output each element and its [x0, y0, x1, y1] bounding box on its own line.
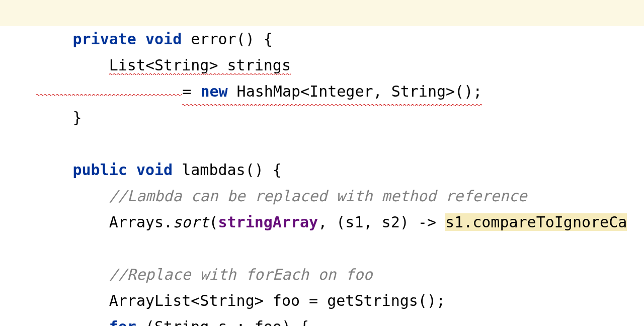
keyword-void: void [145, 30, 182, 48]
code-editor[interactable]: private void error() { List<String> stri… [0, 0, 644, 326]
indent [36, 161, 72, 179]
keyword-public: public [73, 161, 127, 179]
indent [36, 213, 109, 231]
brace: } [73, 109, 82, 126]
indent [36, 318, 109, 326]
error-squiggle [36, 92, 182, 96]
indent [36, 187, 109, 205]
statement: ArrayList<String> foo = getStrings(); [109, 292, 445, 309]
keyword-private: private [73, 30, 136, 48]
class-ref: Arrays. [109, 213, 173, 231]
comment: //Replace with forEach on foo [109, 266, 373, 283]
error-text: HashMap<Integer, String>(); [228, 83, 482, 100]
keyword-new: new [200, 83, 227, 100]
indent [36, 266, 109, 283]
indent [36, 109, 72, 126]
code-line[interactable]: private void error() { [0, 0, 644, 26]
keyword-void: void [136, 161, 173, 179]
indent [36, 30, 72, 48]
field-ref: stringArray [218, 213, 318, 231]
keyword-for: for [109, 318, 136, 326]
indent [36, 56, 109, 74]
indent [36, 292, 109, 309]
method-name: error [191, 30, 236, 48]
method-name: lambdas [182, 161, 245, 179]
code-line[interactable] [0, 105, 644, 131]
for-header: (String s : foo) { [136, 318, 309, 326]
error-text: List<String> strings [109, 56, 291, 75]
comment: //Lambda can be replaced with method ref… [109, 187, 527, 205]
method-call: sort [173, 213, 209, 231]
code-line[interactable]: //Replace with forEach on foo [0, 235, 644, 262]
code-line[interactable]: public void lambdas() { [0, 131, 644, 157]
warning-highlight: s1.compareToIgnoreCa [445, 213, 627, 231]
